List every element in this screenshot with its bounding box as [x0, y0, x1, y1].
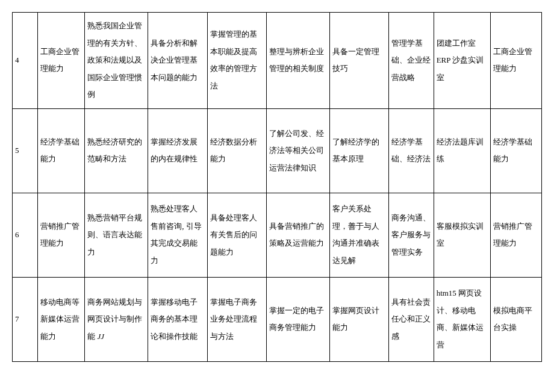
cell: 经济学基础、经济法: [389, 108, 434, 193]
cell: 模拟电商平台实操: [490, 277, 541, 361]
cell: 团建工作室ERP 沙盘实训室: [434, 13, 490, 109]
cell: 营销推广管理能力: [37, 193, 85, 277]
cell: 营销推广管理能力: [490, 193, 541, 277]
cell: 掌握一定的电子商务管理能力: [266, 277, 329, 361]
cell-num: 4: [13, 13, 38, 109]
cell: 经济法题库训练: [434, 108, 490, 193]
document-table-wrap: 4 工商企业管理能力 熟悉我国企业管理的有关方针、政策和法规以及国际企业管理惯例…: [12, 12, 542, 362]
cell-num: 6: [13, 193, 38, 277]
cell: 管理学基础、企业经营战略: [389, 13, 434, 109]
cell: 工商企业管理能力: [490, 13, 541, 109]
cell: 掌握移动电子商务的基本理论和操作技能: [148, 277, 207, 361]
cell-num: 5: [13, 108, 38, 193]
cell: htm15 网页设计、移动电商、新媒体运营: [434, 277, 490, 361]
cell: 整理与辨析企业管理的相关制度: [266, 13, 329, 109]
cell: 具备分析和解决企业管理基本问题的能力: [148, 13, 207, 109]
cell: 掌握经济发展的内在规律性: [148, 108, 207, 193]
table-row: 6 营销推广管理能力 熟悉营销平台规则、语言表达能力 熟悉处理客人售前咨询, 引…: [13, 193, 542, 277]
cell: 经济学基础能力: [37, 108, 85, 193]
cell: 了解经济学的基本原理: [329, 108, 388, 193]
cell: 掌握电子商务业务处理流程与方法: [207, 277, 266, 361]
table-row: 4 工商企业管理能力 熟悉我国企业管理的有关方针、政策和法规以及国际企业管理惯例…: [13, 13, 542, 109]
cell: 了解公司发、经济法等相关公司运营法律知识: [266, 108, 329, 193]
cell: 掌握网页设计能力: [329, 277, 388, 361]
cell: 熟悉营销平台规则、语言表达能力: [85, 193, 148, 277]
cell: 熟悉我国企业管理的有关方针、政策和法规以及国际企业管理惯例: [85, 13, 148, 109]
table-row: 5 经济学基础能力 熟悉经济研究的范畴和方法 掌握经济发展的内在规律性 经济数据…: [13, 108, 542, 193]
cell: 具备营销推广的策略及运营能力: [266, 193, 329, 277]
cell: 经济学基础能力: [490, 108, 541, 193]
cell: 熟悉经济研究的范畴和方法: [85, 108, 148, 193]
capability-table: 4 工商企业管理能力 熟悉我国企业管理的有关方针、政策和法规以及国际企业管理惯例…: [12, 12, 542, 362]
cell: 商务网站规划与网页设计与制作能 JJ: [85, 277, 148, 361]
cell-text-jj: JJ: [97, 332, 104, 341]
cell: 具备一定管理技巧: [329, 13, 388, 109]
cell: 经济数据分析能力: [207, 108, 266, 193]
cell: 客服模拟实训室: [434, 193, 490, 277]
cell: 工商企业管理能力: [37, 13, 85, 109]
cell: 移动电商等新媒体运营能力: [37, 277, 85, 361]
cell: 商务沟通、客户服务与管理实务: [389, 193, 434, 277]
cell: 掌握管理的基本职能及提高效率的管理方法: [207, 13, 266, 109]
cell: 具有社会责任心和正义感: [389, 277, 434, 361]
cell: 客户关系处理，善于与人沟通并准确表达见解: [329, 193, 388, 277]
table-row: 7 移动电商等新媒体运营能力 商务网站规划与网页设计与制作能 JJ 掌握移动电子…: [13, 277, 542, 361]
cell: 具备处理客人有关售后的问题能力: [207, 193, 266, 277]
cell-text: 商务网站规划与网页设计与制作能: [87, 297, 142, 341]
cell-num: 7: [13, 277, 38, 361]
cell: 熟悉处理客人售前咨询, 引导其完成交易能力: [148, 193, 207, 277]
